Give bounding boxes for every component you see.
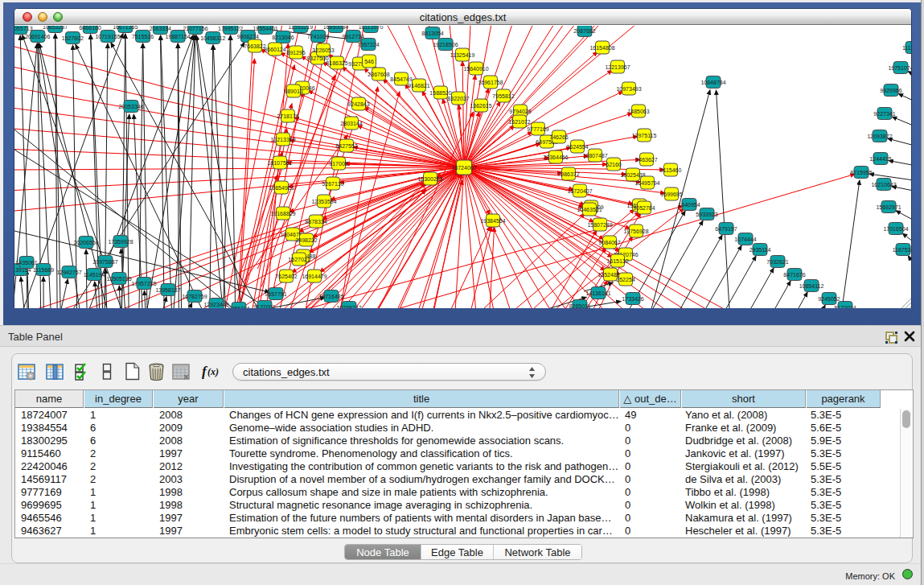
svg-text:19716485: 19716485 [318,294,343,299]
svg-text:1435061: 1435061 [15,260,37,266]
svg-text:11325419: 11325419 [450,52,475,58]
svg-text:15720407: 15720407 [567,188,592,194]
svg-text:9227341: 9227341 [873,111,895,117]
svg-text:2087682: 2087682 [573,28,595,34]
svg-text:19751074: 19751074 [888,65,911,71]
svg-text:16495794: 16495794 [634,180,659,186]
svg-text:19168829: 19168829 [270,211,295,216]
svg-text:10719155: 10719155 [95,34,120,39]
svg-text:12923448: 12923448 [203,302,228,307]
svg-text:(x): (x) [207,366,219,377]
svg-text:9657791: 9657791 [265,291,286,297]
svg-text:3498222: 3498222 [295,237,317,243]
svg-text:2935114: 2935114 [749,247,771,253]
svg-text:9146821: 9146821 [408,83,429,89]
svg-text:1112045: 1112045 [902,45,911,51]
svg-text:1527602: 1527602 [62,35,84,41]
svg-text:62160: 62160 [606,162,622,167]
svg-text:2803144: 2803144 [340,121,362,126]
svg-text:16914479: 16914479 [302,274,326,279]
svg-text:9115460: 9115460 [660,167,682,173]
svg-text:9242843: 9242843 [347,101,369,107]
svg-text:9245052: 9245052 [818,296,840,302]
svg-text:17359928: 17359928 [108,239,133,245]
svg-text:546: 546 [364,59,374,64]
svg-text:20975887: 20975887 [92,259,117,265]
svg-text:891295: 891295 [286,50,305,56]
svg-text:3624554: 3624554 [566,144,588,150]
svg-text:7986372: 7986372 [557,171,579,177]
svg-text:8813054: 8813054 [421,31,443,36]
svg-text:10238747: 10238747 [336,305,361,309]
svg-text:9777169: 9777169 [527,126,548,132]
svg-text:8215955: 8215955 [850,170,872,175]
svg-text:12213967: 12213967 [605,64,630,70]
svg-text:14055713: 14055713 [14,26,33,31]
svg-text:12975115: 12975115 [632,133,657,138]
svg-text:10458312: 10458312 [200,35,225,41]
svg-text:8322037: 8322037 [447,96,469,101]
svg-text:20206556: 20206556 [73,240,98,245]
svg-text:1167534: 1167534 [893,247,911,253]
svg-text:14136141: 14136141 [585,290,610,296]
svg-text:746266: 746266 [549,134,568,140]
svg-text:16782759: 16782759 [182,294,207,299]
svg-text:9084067: 9084067 [598,240,620,245]
svg-text:8427552: 8427552 [335,143,357,149]
svg-text:12213369: 12213369 [270,137,295,142]
svg-text:1527021: 1527021 [288,257,310,262]
svg-text:1621072: 1621072 [508,119,530,125]
svg-text:16210643: 16210643 [871,182,896,187]
svg-text:917008: 917008 [329,161,347,167]
svg-text:12942757: 12942757 [56,270,81,275]
svg-text:11553219: 11553219 [288,26,313,30]
svg-text:8878334: 8878334 [305,219,326,225]
svg-text:1615132: 1615132 [606,258,628,264]
svg-text:18113570: 18113570 [359,26,384,30]
svg-text:2367608: 2367608 [368,72,389,77]
svg-text:9699695: 9699695 [660,192,682,197]
svg-text:2063334: 2063334 [150,26,171,31]
svg-text:12353594: 12353594 [311,199,336,204]
svg-text:1588520: 1588520 [429,90,451,96]
svg-text:8454749: 8454749 [390,76,412,82]
svg-text:10853287: 10853287 [43,26,68,30]
svg-text:1733426: 1733426 [622,296,643,302]
svg-text:16154808: 16154808 [589,45,614,51]
svg-text:16671355: 16671355 [113,26,138,30]
svg-text:8213046: 8213046 [272,35,294,40]
svg-text:9794028: 9794028 [509,109,531,114]
svg-text:1244415: 1244415 [869,156,891,162]
svg-text:7625402: 7625402 [275,274,297,279]
svg-text:3226053: 3226053 [312,47,334,53]
svg-text:6479197: 6479197 [715,226,737,232]
svg-text:13958187: 13958187 [155,287,180,293]
svg-text:10648784: 10648784 [700,80,725,85]
svg-text:9929966: 9929966 [880,88,901,93]
svg-text:19887154: 19887154 [166,34,191,39]
svg-text:18724007: 18724007 [451,165,476,171]
svg-text:9356114: 9356114 [228,306,250,309]
svg-text:17016504: 17016504 [883,226,908,232]
svg-text:8186325: 8186325 [326,60,347,66]
svg-text:19218506: 19218506 [433,42,458,47]
svg-text:15692971: 15692971 [876,204,901,210]
svg-text:7485063: 7485063 [627,109,649,114]
svg-text:19654923: 19654923 [269,185,294,191]
svg-text:7663822: 7663822 [244,43,265,49]
svg-text:21077156: 21077156 [183,26,207,31]
svg-text:10654112: 10654112 [799,283,824,289]
svg-text:16961758: 16961758 [478,80,503,85]
svg-text:252254: 252254 [616,277,634,282]
svg-text:10807487: 10807487 [582,153,607,159]
svg-text:17995122: 17995122 [218,26,243,31]
svg-text:20364456: 20364456 [543,154,568,160]
svg-text:18300295: 18300295 [417,176,442,182]
svg-text:7955812: 7955812 [492,93,514,99]
svg-text:15640910: 15640910 [463,66,488,72]
svg-text:9122001: 9122001 [253,304,275,309]
svg-text:5933923: 5933923 [696,212,717,217]
svg-text:8471676: 8471676 [783,272,805,278]
svg-text:16107552: 16107552 [267,160,292,166]
svg-text:6466160: 6466160 [80,26,101,31]
